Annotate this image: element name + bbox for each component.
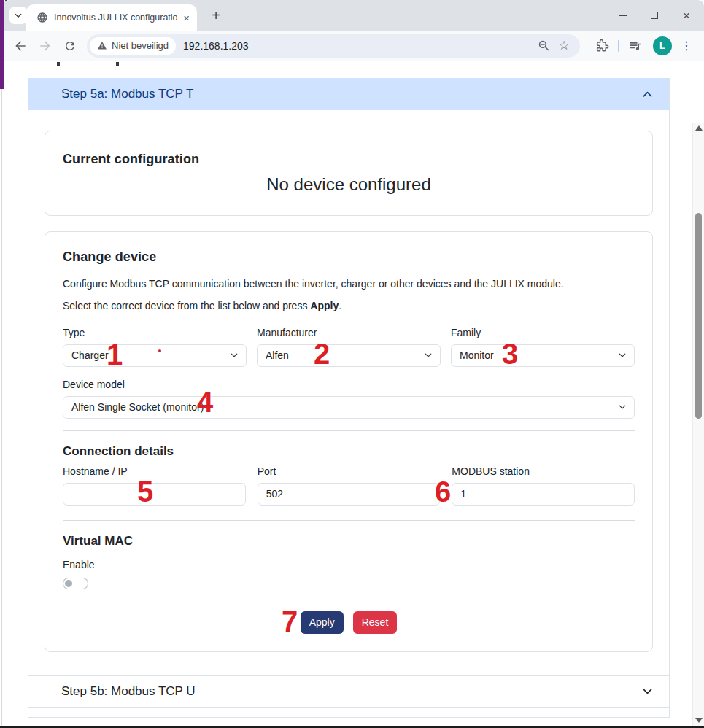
device-model-label: Device model — [63, 377, 635, 392]
modbus-station-input[interactable] — [452, 483, 635, 506]
puzzle-icon — [595, 39, 609, 53]
cutoff-text-fragment — [116, 62, 119, 66]
enable-label: Enable — [63, 557, 635, 572]
zoom-out-indicator[interactable] — [533, 36, 554, 56]
step5a-title: Step 5a: Modbus TCP T — [61, 87, 642, 101]
screenshot-root: Innovoltus JULLIX configuration × + × — [0, 0, 704, 728]
instruction-apply-bold: Apply — [310, 300, 339, 311]
accordion-gap — [28, 708, 669, 717]
page-content: Step 5a: Modbus TCP T Current configurat… — [4, 61, 704, 728]
tab-strip: Innovoltus JULLIX configuration × + × — [4, 0, 704, 31]
scroll-up-button[interactable] — [695, 125, 703, 131]
tab-search-button[interactable] — [9, 7, 27, 24]
change-device-card: Change device Configure Modbus TCP commu… — [45, 231, 653, 652]
globe-favicon-icon — [36, 12, 48, 23]
current-configuration-card: Current configuration No device configur… — [45, 131, 653, 216]
maximize-icon — [651, 12, 658, 19]
scrollbar-track[interactable] — [692, 123, 704, 726]
enable-toggle[interactable] — [63, 578, 88, 589]
chevron-down-icon — [14, 11, 23, 20]
cutoff-text-fragment — [57, 62, 60, 66]
window-left-border — [1, 89, 2, 728]
connection-details-title: Connection details — [63, 444, 635, 459]
chevron-up-icon — [642, 89, 653, 100]
star-icon: ☆ — [558, 38, 569, 53]
section-divider — [63, 430, 635, 431]
toolbar-divider — [618, 40, 619, 52]
security-label: Niet beveiligd — [112, 40, 169, 51]
port-field: Port — [258, 464, 441, 506]
change-device-description: Configure Modbus TCP communication betwe… — [63, 276, 635, 291]
minimize-button[interactable] — [606, 0, 638, 31]
manufacturer-field: Manufacturer Alfen — [257, 325, 441, 367]
accordion-body-step5a: Current configuration No device configur… — [28, 110, 669, 675]
new-tab-button[interactable]: + — [206, 6, 225, 25]
device-model-field: Device model Alfen Single Socket (monito… — [63, 377, 635, 419]
section-divider — [63, 520, 635, 521]
address-bar[interactable]: Niet beveiligd 192.168.1.203 ☆ — [87, 34, 580, 58]
type-select[interactable]: Charger — [63, 344, 247, 367]
device-model-select[interactable]: Alfen Single Socket (monitor) — [63, 396, 635, 419]
manufacturer-select[interactable]: Alfen — [257, 344, 441, 367]
scroll-down-button[interactable] — [695, 718, 703, 723]
back-button[interactable] — [8, 34, 33, 58]
reload-button[interactable] — [58, 34, 82, 58]
instruction-period: . — [339, 300, 341, 311]
no-device-status: No device configured — [63, 174, 635, 195]
family-select[interactable]: Monitor — [451, 344, 635, 367]
tab-title: Innovoltus JULLIX configuration — [54, 12, 177, 23]
type-label: Type — [63, 325, 247, 340]
virtual-mac-title: Virtual MAC — [63, 534, 635, 549]
port-input[interactable] — [258, 483, 441, 506]
hostname-field: Hostname / IP Scan — [63, 464, 246, 506]
family-field: Family Monitor — [451, 325, 635, 367]
security-chip[interactable]: Niet beveiligd — [90, 37, 176, 55]
action-button-row: Apply Reset — [63, 611, 635, 634]
scrollbar-thumb[interactable] — [695, 213, 702, 419]
accordion-header-step5a[interactable]: Step 5a: Modbus TCP T — [28, 78, 669, 110]
browser-tab[interactable]: Innovoltus JULLIX configuration × — [26, 4, 197, 31]
port-label: Port — [258, 464, 441, 479]
browser-toolbar: Niet beveiligd 192.168.1.203 ☆ L ⋮ — [4, 31, 704, 61]
config-accordion: Step 5a: Modbus TCP T Current configurat… — [28, 78, 670, 718]
accordion-header-step5b[interactable]: Step 5b: Modbus TCP U — [28, 675, 669, 708]
url-text: 192.168.1.203 — [183, 40, 533, 52]
apply-button[interactable]: Apply — [301, 611, 344, 634]
minimize-icon — [619, 15, 627, 16]
window-controls: × — [606, 0, 703, 31]
tab-close-button[interactable]: × — [183, 12, 190, 23]
maximize-button[interactable] — [638, 0, 670, 31]
browser-window: Innovoltus JULLIX configuration × + × — [4, 0, 704, 728]
modbus-station-field: MODBUS station — [452, 464, 635, 506]
current-configuration-title: Current configuration — [63, 152, 635, 167]
playlist-icon — [628, 39, 643, 53]
step5b-title: Step 5b: Modbus TCP U — [61, 684, 642, 699]
instruction-text: Select the correct device from the list … — [63, 300, 310, 311]
browser-menu-button[interactable]: ⋮ — [678, 39, 695, 53]
hostname-label: Hostname / IP — [63, 464, 246, 479]
next-accordion-border — [28, 717, 669, 718]
hostname-input[interactable] — [63, 483, 246, 506]
window-close-button[interactable]: × — [670, 0, 703, 31]
change-device-title: Change device — [63, 249, 635, 265]
media-controls-button[interactable] — [624, 34, 647, 58]
forward-arrow-icon — [38, 39, 53, 53]
bookmark-star-button[interactable]: ☆ — [554, 36, 574, 56]
back-arrow-icon — [13, 39, 28, 53]
profile-avatar[interactable]: L — [653, 36, 672, 55]
change-device-instruction: Select the correct device from the list … — [63, 298, 635, 313]
reload-icon — [63, 39, 77, 53]
device-select-row: Type Charger Manufacturer Alfen — [63, 325, 635, 367]
toggle-knob — [65, 580, 72, 587]
family-label: Family — [451, 325, 635, 340]
forward-button[interactable] — [33, 34, 58, 58]
extensions-button[interactable] — [590, 34, 614, 58]
chevron-down-icon — [642, 686, 653, 697]
connection-details-row: Hostname / IP Scan Port — [63, 464, 635, 506]
type-field: Type Charger — [63, 325, 247, 367]
modbus-station-label: MODBUS station — [452, 464, 635, 479]
manufacturer-label: Manufacturer — [257, 325, 441, 340]
warning-icon — [97, 41, 107, 50]
reset-button[interactable]: Reset — [353, 611, 398, 634]
zoom-out-icon — [537, 39, 551, 53]
